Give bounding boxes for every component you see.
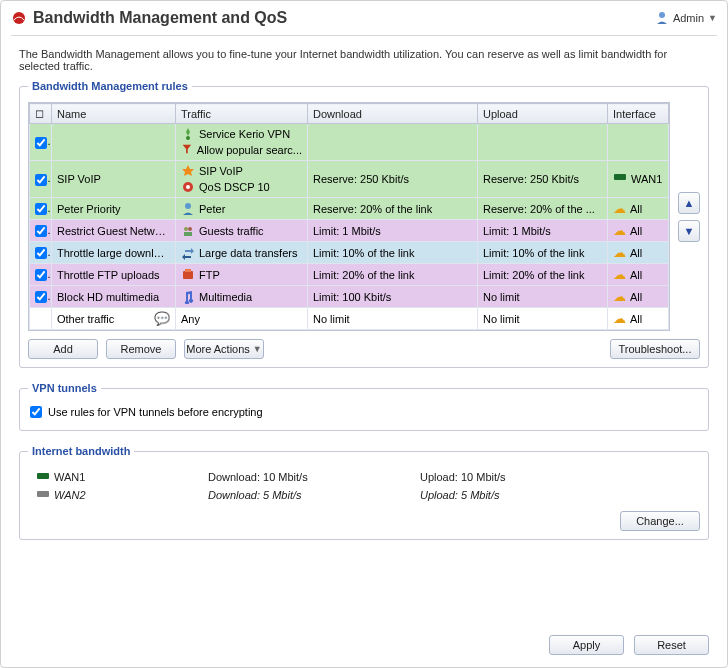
svg-point-0 [13, 12, 25, 24]
nic-icon [36, 489, 50, 499]
download-cell: Reserve: 20% of the link [308, 198, 478, 220]
download-cell: Reserve: 250 Kbit/s [308, 161, 478, 198]
col-header-upload[interactable]: Upload [478, 104, 608, 124]
rule-name: SIP VoIP [52, 161, 176, 198]
bandwidth-legend: Internet bandwidth [28, 445, 134, 457]
traffic-label: Any [181, 313, 200, 325]
user-menu[interactable]: Admin ▼ [655, 11, 717, 25]
reset-button[interactable]: Reset [634, 635, 709, 655]
cloud-icon: ☁ [613, 223, 626, 238]
cloud-icon: ☁ [613, 201, 626, 216]
table-row[interactable]: Restrict Guest Network Guests traffic Li… [30, 220, 669, 242]
cloud-icon: ☁ [613, 311, 626, 326]
app-window: Bandwidth Management and QoS Admin ▼ The… [0, 0, 728, 668]
rules-legend: Bandwidth Management rules [28, 80, 192, 92]
reorder-buttons: ▲ ▼ [678, 192, 700, 331]
rule-checkbox[interactable] [35, 174, 47, 186]
rule-name: Other traffic [57, 313, 150, 325]
table-row[interactable]: Block HD multimedia Multimedia Limit: 10… [30, 286, 669, 308]
table-row[interactable]: SIP VoIP SIP VoIP QoS DSCP 10 Reserve: 2… [30, 161, 669, 198]
troubleshoot-button[interactable]: Troubleshoot... [610, 339, 700, 359]
chevron-down-icon: ▼ [708, 13, 717, 23]
more-actions-button[interactable]: More Actions▼ [184, 339, 264, 359]
traffic-label: Allow popular searc... [197, 144, 302, 156]
add-button[interactable]: Add [28, 339, 98, 359]
rules-section: Bandwidth Management rules ◻ Name Traffi… [19, 80, 709, 368]
traffic-label: QoS DSCP 10 [199, 181, 270, 193]
vpn-legend: VPN tunnels [28, 382, 101, 394]
table-row[interactable]: Throttle large downloa... Large data tra… [30, 242, 669, 264]
col-header-traffic[interactable]: Traffic [176, 104, 308, 124]
svg-point-4 [186, 185, 190, 189]
rule-checkbox[interactable] [35, 203, 47, 215]
speech-bubble-icon: 💬 [154, 311, 170, 326]
cloud-icon: ☁ [613, 289, 626, 304]
rule-checkbox[interactable] [35, 247, 47, 259]
traffic-label: FTP [199, 269, 220, 281]
vpn-section: VPN tunnels Use rules for VPN tunnels be… [19, 382, 709, 431]
download-cell: Limit: 1 Mbit/s [308, 220, 478, 242]
col-header-name[interactable]: Name [52, 104, 176, 124]
cloud-icon: ☁ [613, 267, 626, 282]
move-down-button[interactable]: ▼ [678, 220, 700, 242]
qos-icon [181, 180, 195, 194]
remove-button[interactable]: Remove [106, 339, 176, 359]
svg-rect-13 [37, 491, 49, 497]
table-row[interactable]: Throttle FTP uploads FTP Limit: 20% of t… [30, 264, 669, 286]
ftp-icon [181, 268, 195, 282]
col-header-checkbox[interactable]: ◻ [30, 104, 52, 124]
change-button[interactable]: Change... [620, 511, 700, 531]
header: Bandwidth Management and QoS Admin ▼ [1, 1, 727, 31]
col-header-download[interactable]: Download [308, 104, 478, 124]
wan-name: WAN2 [54, 489, 86, 501]
service-icon [181, 127, 195, 141]
rule-checkbox[interactable] [35, 137, 47, 149]
transfer-icon [181, 246, 195, 260]
page-title: Bandwidth Management and QoS [33, 9, 655, 27]
bandwidth-row: WAN2 Download: 5 Mbit/s Upload: 5 Mbit/s [30, 487, 698, 503]
move-up-button[interactable]: ▲ [678, 192, 700, 214]
table-row[interactable]: Service Kerio VPN Allow popular searc... [30, 124, 669, 161]
rule-checkbox[interactable] [35, 225, 47, 237]
traffic-label: Peter [199, 203, 225, 215]
rule-name: Block HD multimedia [52, 286, 176, 308]
svg-rect-10 [183, 271, 193, 279]
download-cell: Limit: 10% of the link [308, 242, 478, 264]
arrow-up-icon: ▲ [684, 197, 695, 209]
user-icon [655, 11, 669, 25]
upload-cell: Limit: 10% of the link [478, 242, 608, 264]
header-divider [11, 35, 717, 36]
wan-download: Download: 5 Mbit/s [208, 489, 302, 501]
download-cell [308, 124, 478, 161]
traffic-label: Service Kerio VPN [199, 128, 290, 140]
svg-point-6 [185, 203, 191, 209]
wan-upload: Upload: 5 Mbit/s [420, 489, 499, 501]
user-label: Admin [673, 12, 704, 24]
interface-label: All [630, 313, 642, 325]
upload-cell [478, 124, 608, 161]
chevron-down-icon: ▼ [253, 344, 262, 354]
app-icon [11, 10, 27, 26]
col-header-interface[interactable]: Interface [608, 104, 669, 124]
rule-checkbox[interactable] [35, 269, 47, 281]
interface-label: All [630, 269, 642, 281]
table-row[interactable]: Other traffic💬 Any No limit No limit ☁Al… [30, 308, 669, 330]
svg-point-8 [188, 227, 192, 231]
intro-text: The Bandwidth Management allows you to f… [19, 48, 709, 72]
svg-rect-9 [184, 232, 192, 236]
interface-label: All [630, 247, 642, 259]
voip-icon [181, 164, 195, 178]
rules-table: ◻ Name Traffic Download Upload Interface [28, 102, 670, 331]
vpn-checkbox[interactable] [30, 406, 42, 418]
svg-rect-11 [185, 269, 191, 272]
upload-cell: Reserve: 20% of the ... [478, 198, 608, 220]
rule-name: Throttle FTP uploads [52, 264, 176, 286]
table-row[interactable]: Peter Priority Peter Reserve: 20% of the… [30, 198, 669, 220]
rule-name [52, 124, 176, 161]
wan-name: WAN1 [54, 471, 85, 483]
rule-checkbox[interactable] [35, 291, 47, 303]
wan-download: Download: 10 Mbit/s [208, 471, 308, 483]
rule-name: Restrict Guest Network [52, 220, 176, 242]
apply-button[interactable]: Apply [549, 635, 624, 655]
music-icon [181, 290, 195, 304]
